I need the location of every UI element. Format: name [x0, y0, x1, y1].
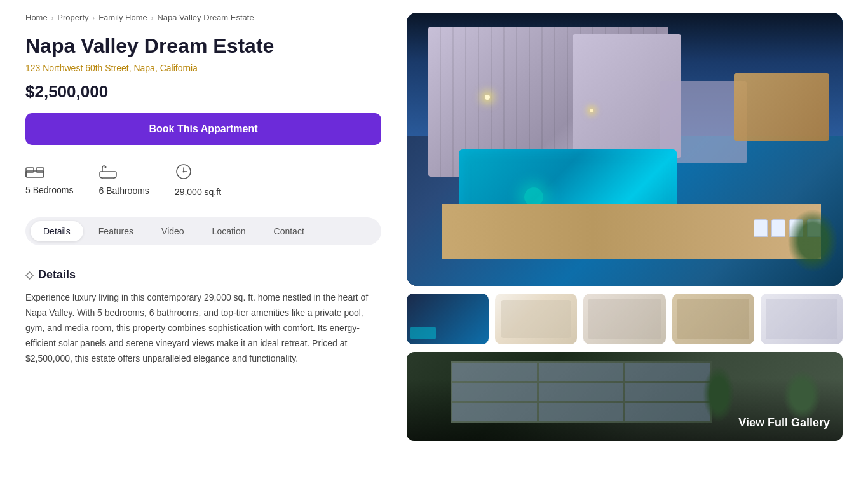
tab-contact[interactable]: Contact	[261, 221, 317, 241]
section-heading-text: Details	[38, 268, 76, 281]
tab-features[interactable]: Features	[86, 221, 146, 241]
area-icon	[175, 163, 193, 183]
stat-bedrooms: 5 Bedrooms	[25, 165, 73, 195]
main-property-image	[407, 13, 843, 286]
details-section: ◇ Details Experience luxury living in th…	[25, 268, 381, 366]
right-column: View Full Gallery	[407, 13, 843, 441]
breadcrumb-family-home[interactable]: Family Home	[98, 13, 147, 22]
stats-row: 5 Bedrooms 6 Bathrooms	[25, 163, 381, 197]
svg-point-9	[182, 171, 184, 173]
area-label: 29,000 sq.ft	[175, 187, 221, 197]
section-heading: ◇ Details	[25, 268, 381, 281]
details-text: Experience luxury living in this contemp…	[25, 290, 381, 366]
thumb-3[interactable]	[583, 294, 665, 344]
breadcrumb: Home › Property › Family Home › Napa Val…	[25, 13, 381, 22]
svg-line-7	[114, 178, 114, 179]
breadcrumb-home[interactable]: Home	[25, 13, 48, 22]
stat-bathrooms: 6 Bathrooms	[98, 164, 149, 196]
svg-point-5	[105, 166, 107, 168]
gallery-banner[interactable]: View Full Gallery	[407, 352, 843, 441]
stat-area: 29,000 sq.ft	[175, 163, 221, 197]
diamond-icon: ◇	[25, 269, 33, 281]
property-title: Napa Valley Dream Estate	[25, 34, 381, 58]
svg-rect-1	[26, 168, 34, 172]
thumb-5[interactable]	[761, 294, 843, 344]
tab-location[interactable]: Location	[200, 221, 259, 241]
property-price: $2,500,000	[25, 82, 381, 102]
svg-line-6	[102, 178, 102, 179]
left-column: Home › Property › Family Home › Napa Val…	[25, 13, 381, 441]
sep-3: ›	[151, 14, 154, 22]
breadcrumb-current: Napa Valley Dream Estate	[157, 13, 254, 22]
bath-icon	[98, 164, 118, 182]
tab-details[interactable]: Details	[31, 221, 83, 241]
thumbnail-row	[407, 294, 843, 344]
sep-2: ›	[93, 14, 95, 22]
bedrooms-label: 5 Bedrooms	[25, 185, 73, 195]
sep-1: ›	[51, 14, 54, 22]
breadcrumb-property[interactable]: Property	[57, 13, 88, 22]
gallery-label: View Full Gallery	[738, 416, 830, 430]
tab-video[interactable]: Video	[149, 221, 197, 241]
thumb-1[interactable]	[407, 294, 489, 344]
bathrooms-label: 6 Bathrooms	[98, 186, 149, 196]
thumb-2[interactable]	[495, 294, 577, 344]
book-button[interactable]: Book This Appartment	[25, 113, 381, 145]
page-wrapper: Home › Property › Family Home › Napa Val…	[0, 0, 868, 454]
bed-icon	[25, 165, 44, 181]
property-address: 123 Northwest 60th Street, Napa, Califor…	[25, 63, 381, 73]
thumb-4[interactable]	[672, 294, 754, 344]
svg-rect-2	[36, 168, 44, 172]
tabs-bar: Details Features Video Location Contact	[25, 217, 381, 245]
